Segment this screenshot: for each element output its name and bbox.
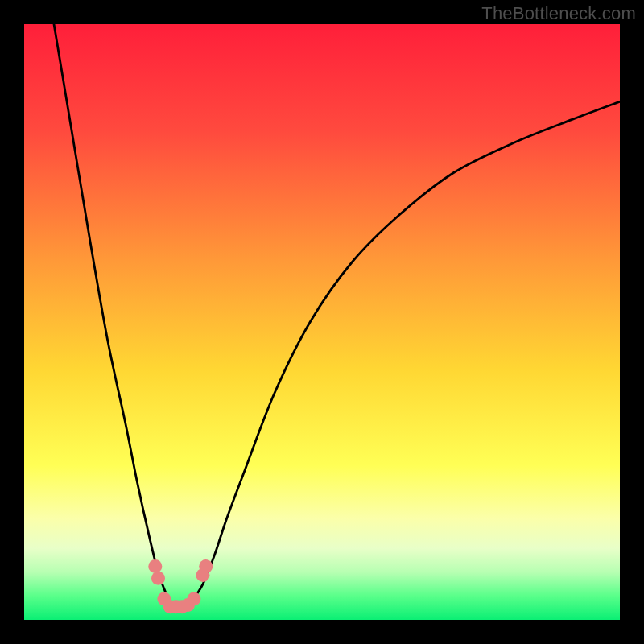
data-marker [199,559,213,573]
chart-frame: TheBottleneck.com [0,0,644,644]
watermark-text: TheBottleneck.com [481,3,636,24]
data-marker [148,559,162,573]
marker-group [148,559,213,613]
data-marker [187,592,200,606]
curve-layer [24,24,620,620]
plot-area [24,24,620,620]
bottleneck-curve [54,24,620,609]
data-marker [151,572,165,585]
